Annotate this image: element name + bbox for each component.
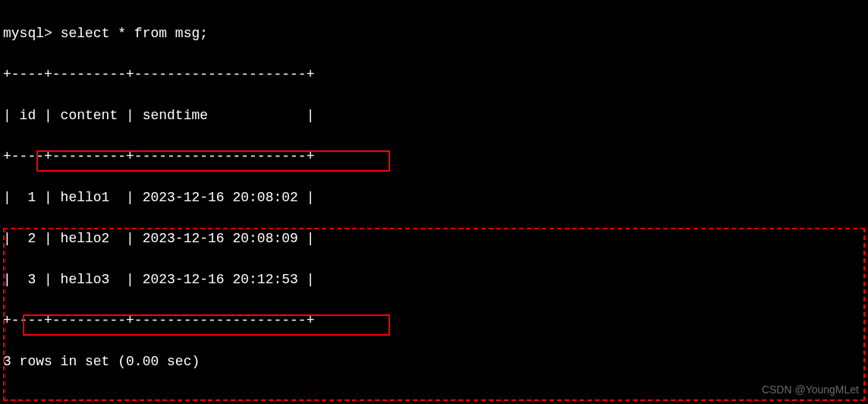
terminal-output: mysql> select * from msg; +----+--------… [3,3,865,404]
table-row: | 1 | hello1 | 2023-12-16 20:08:02 | [3,188,865,208]
prompt-line[interactable]: mysql> select * from msg; [3,24,865,44]
prompt: mysql> [3,26,52,41]
table-border: +----+---------+---------------------+ [3,311,865,331]
table-row: | 3 | hello3 | 2023-12-16 20:12:53 | [3,270,865,290]
result-summary: 3 rows in set (0.00 sec) [3,352,865,372]
table-border: +----+---------+---------------------+ [3,65,865,85]
blank-line [3,393,865,404]
watermark: CSDN @YoungMLet [762,382,859,398]
query1-command: select * from msg; [61,26,208,41]
table-header: | id | content | sendtime | [3,106,865,126]
table-border: +----+---------+---------------------+ [3,147,865,167]
table-row: | 2 | hello2 | 2023-12-16 20:08:09 | [3,229,865,249]
